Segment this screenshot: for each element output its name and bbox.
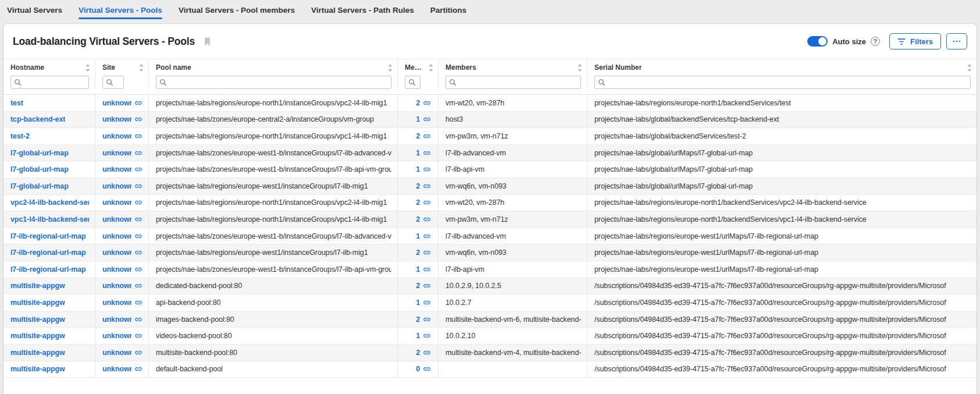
site-link[interactable]: unknown: [102, 332, 142, 340]
site-link[interactable]: unknown: [102, 315, 142, 324]
site-link[interactable]: unknown: [102, 149, 142, 157]
sort-icon[interactable]: [964, 64, 972, 72]
members-count-link[interactable]: 2: [416, 99, 431, 107]
hostname-link[interactable]: l7-global-url-map: [10, 165, 69, 173]
hostname-link[interactable]: multisite-appgw: [10, 315, 65, 324]
hostname-link[interactable]: test-2: [10, 132, 30, 140]
members-count-filter-input[interactable]: [416, 76, 420, 88]
members-cell: vm-wt20, vm-287h: [439, 95, 587, 111]
auto-size-label: Auto size: [832, 37, 866, 46]
hostname-link[interactable]: l7-global-url-map: [10, 149, 69, 157]
serial-number-filter-input[interactable]: [605, 76, 970, 88]
site-link[interactable]: unknown: [102, 365, 142, 373]
serial-number-cell: /subscriptions/04984d35-ed39-4715-a7fc-7…: [587, 328, 977, 344]
toggle-knob: [818, 37, 826, 45]
link-chain-icon: [134, 215, 142, 223]
hostname-link[interactable]: multisite-appgw: [10, 332, 65, 340]
search-icon: [14, 79, 22, 86]
auto-size-toggle[interactable]: [807, 36, 828, 47]
site-link[interactable]: unknown: [102, 349, 142, 357]
members-count-link[interactable]: 2: [416, 215, 431, 223]
hostname-link[interactable]: vpc2-l4-ilb-backend-service: [10, 198, 89, 207]
members-count-link[interactable]: 2: [416, 249, 431, 257]
site-link[interactable]: unknown: [102, 182, 142, 190]
hostname-link[interactable]: test: [10, 99, 23, 107]
bookmark-icon[interactable]: [203, 37, 212, 47]
hostname-link[interactable]: multisite-appgw: [10, 299, 65, 307]
site-link[interactable]: unknown: [102, 198, 142, 207]
members-count-link[interactable]: 2: [416, 198, 431, 207]
sort-icon[interactable]: [82, 64, 90, 72]
link-chain-icon: [423, 198, 431, 207]
hostname-link[interactable]: multisite-appgw: [10, 282, 65, 290]
hostname-link[interactable]: multisite-appgw: [10, 349, 65, 357]
members-count-link[interactable]: 2: [416, 315, 431, 324]
table-row: l7-ilb-regional-url-map unknown projects…: [3, 261, 977, 278]
link-chain-icon: [423, 265, 431, 274]
hostname-link[interactable]: l7-ilb-regional-url-map: [10, 265, 86, 274]
link-chain-icon: [134, 149, 142, 157]
members-count-link[interactable]: 1: [416, 115, 431, 123]
members-count-link[interactable]: 2: [416, 282, 431, 290]
site-link[interactable]: unknown: [102, 265, 142, 274]
hostname-link[interactable]: l7-ilb-regional-url-map: [10, 232, 86, 240]
sort-icon[interactable]: [384, 64, 393, 72]
filters-button[interactable]: Filters: [889, 33, 941, 49]
site-link[interactable]: unknown: [102, 99, 142, 107]
tab-virtual-servers-pool-members[interactable]: Virtual Servers - Pool members: [179, 0, 295, 20]
members-filter-input[interactable]: [457, 76, 580, 88]
members-count-link[interactable]: 1: [416, 165, 431, 173]
link-chain-icon: [423, 115, 431, 123]
hostname-filter-input[interactable]: [22, 76, 88, 88]
sort-icon[interactable]: [574, 64, 582, 72]
hostname-link[interactable]: multisite-appgw: [10, 365, 65, 373]
panel-header: Load-balancing Virtual Servers - Pools A…: [3, 24, 977, 59]
more-options-button[interactable]: ⋯: [946, 33, 967, 49]
hostname-link[interactable]: tcp-backend-ext: [10, 115, 65, 123]
link-chain-icon: [423, 332, 431, 340]
members-count-link[interactable]: 2: [416, 182, 431, 190]
hostname-link[interactable]: l7-global-url-map: [10, 182, 69, 190]
pool-name-cell: projects/nae-labs/regions/europe-north1/…: [149, 128, 398, 144]
link-chain-icon: [423, 349, 431, 357]
sort-icon[interactable]: [425, 64, 433, 72]
site-link[interactable]: unknown: [102, 115, 142, 123]
site-link[interactable]: unknown: [102, 232, 142, 240]
table-row: test-2 unknown projects/nae-labs/regions…: [3, 128, 977, 145]
tab-virtual-servers[interactable]: Virtual Servers: [7, 0, 62, 20]
site-link[interactable]: unknown: [102, 299, 142, 307]
hostname-link[interactable]: vpc1-l4-ilb-backend-service: [10, 215, 89, 223]
site-link[interactable]: unknown: [102, 249, 142, 257]
members-count-link[interactable]: 1: [416, 265, 431, 274]
sort-icon[interactable]: [136, 64, 144, 72]
hostname-link[interactable]: l7-ilb-regional-url-map: [10, 249, 86, 257]
members-count-link[interactable]: 2: [416, 349, 431, 357]
members-count-link[interactable]: 1: [416, 299, 431, 307]
site-link[interactable]: unknown: [102, 215, 142, 223]
column-header-hostname: Hostname: [10, 63, 44, 72]
ellipsis-icon: ⋯: [952, 36, 961, 47]
pool-name-cell: projects/nae-labs/regions/europe-north1/…: [149, 195, 398, 211]
pool-name-cell: projects/nae-labs/regions/europe-north1/…: [149, 211, 398, 228]
site-link[interactable]: unknown: [102, 282, 142, 290]
members-count-link[interactable]: 1: [416, 149, 431, 157]
site-link[interactable]: unknown: [102, 132, 142, 140]
help-icon[interactable]: ?: [871, 37, 880, 46]
pools-panel: Load-balancing Virtual Servers - Pools A…: [3, 23, 977, 394]
tab-virtual-servers-pools[interactable]: Virtual Servers - Pools: [79, 0, 162, 20]
members-cell: l7-ilb-api-vm: [439, 261, 587, 278]
site-link[interactable]: unknown: [102, 165, 142, 173]
tab-virtual-servers-path-rules[interactable]: Virtual Servers - Path Rules: [311, 0, 414, 20]
members-count-link[interactable]: 1: [416, 332, 431, 340]
members-count-link[interactable]: 0: [416, 365, 431, 373]
link-chain-icon: [423, 165, 431, 173]
members-count-link[interactable]: 1: [416, 232, 431, 240]
serial-number-cell: /subscriptions/04984d35-ed39-4715-a7fc-7…: [587, 278, 977, 294]
link-chain-icon: [423, 132, 431, 140]
site-filter-input[interactable]: [113, 76, 123, 88]
pool-name-cell: default-backend-pool: [149, 361, 398, 378]
table-header-row: Hostname Site Pool name Mem… Members Ser…: [3, 59, 977, 74]
members-count-link[interactable]: 2: [416, 132, 431, 140]
tab-partitions[interactable]: Partitions: [430, 0, 466, 20]
pool-name-filter-input[interactable]: [167, 76, 391, 88]
